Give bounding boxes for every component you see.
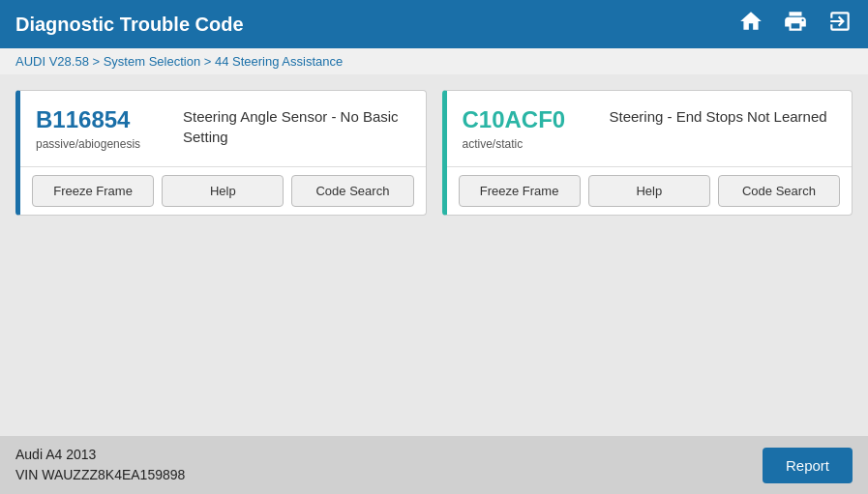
help-button-1[interactable]: Help [162,175,284,207]
home-icon[interactable] [738,9,763,40]
exit-icon[interactable] [827,9,853,40]
dtc-description-1: Steering Angle Sensor - No Basic Setting [183,106,410,147]
dtc-status-1: passive/abiogenesis [36,137,171,151]
card-1-footer: Freeze Frame Help Code Search [20,166,426,215]
dtc-code-1: B116854 [36,106,171,133]
print-icon[interactable] [783,9,808,40]
report-button[interactable]: Report [763,448,853,483]
page-title: Diagnostic Trouble Code [15,14,244,36]
vehicle-vin: VIN WAUZZZ8K4EA159898 [15,465,185,485]
header-icons [738,9,853,40]
card-1-left: B116854 passive/abiogenesis [36,106,171,151]
card-2-left: C10ACF0 active/static [463,106,598,151]
header: Diagnostic Trouble Code [0,0,868,48]
code-search-button-1[interactable]: Code Search [291,175,413,207]
footer-vehicle: Audi A4 2013 VIN WAUZZZ8K4EA159898 [15,445,185,485]
footer: Audi A4 2013 VIN WAUZZZ8K4EA159898 Repor… [0,436,868,494]
help-button-2[interactable]: Help [588,175,710,207]
dtc-card-1: B116854 passive/abiogenesis Steering Ang… [15,90,427,216]
freeze-frame-button-1[interactable]: Freeze Frame [32,175,154,207]
code-search-button-2[interactable]: Code Search [718,175,840,207]
dtc-status-2: active/static [463,137,598,151]
card-1-right: Steering Angle Sensor - No Basic Setting [183,106,410,151]
cards-row: B116854 passive/abiogenesis Steering Ang… [15,90,853,216]
card-1-body: B116854 passive/abiogenesis Steering Ang… [20,91,426,166]
dtc-code-2: C10ACF0 [463,106,598,133]
vehicle-model: Audi A4 2013 [15,445,185,465]
freeze-frame-button-2[interactable]: Freeze Frame [459,175,581,207]
main-content: B116854 passive/abiogenesis Steering Ang… [0,74,868,436]
card-2-right: Steering - End Stops Not Learned [610,106,837,151]
card-2-body: C10ACF0 active/static Steering - End Sto… [447,91,853,166]
dtc-description-2: Steering - End Stops Not Learned [610,106,837,127]
card-2-footer: Freeze Frame Help Code Search [447,166,853,215]
breadcrumb: AUDI V28.58 > System Selection > 44 Stee… [0,48,868,74]
dtc-card-2: C10ACF0 active/static Steering - End Sto… [442,90,853,216]
